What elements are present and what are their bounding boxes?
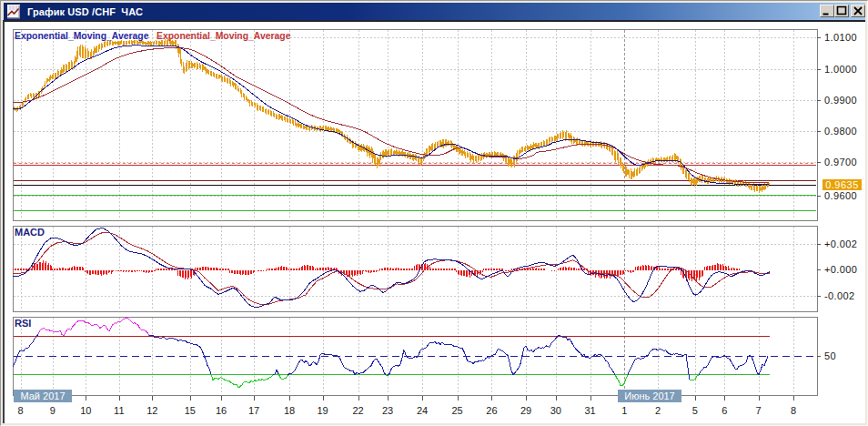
date-tick-label: 5 bbox=[692, 406, 698, 416]
price-tick-label: 0.9600 bbox=[824, 191, 857, 201]
price-tick-label: 1.0000 bbox=[824, 65, 857, 75]
macd-tick-label: +0.002 bbox=[824, 239, 857, 249]
date-tick-label: 19 bbox=[317, 406, 328, 416]
date-tick-label: 12 bbox=[146, 406, 157, 416]
chart-canvas bbox=[0, 0, 868, 426]
date-tick-label: 8 bbox=[791, 406, 796, 416]
ema-fast-label: Exponential_Moving_Average bbox=[15, 31, 148, 41]
date-tick-label: 6 bbox=[722, 406, 727, 416]
date-tick-label: 24 bbox=[417, 406, 428, 416]
date-tick-label: 30 bbox=[550, 406, 561, 416]
current-price-box: 0.9635 bbox=[823, 179, 862, 190]
price-tick-label: 1.0100 bbox=[824, 33, 857, 43]
month-badge-june: Июнь 2017 bbox=[618, 390, 681, 402]
date-tick-label: 15 bbox=[185, 406, 196, 416]
date-tick-label: 26 bbox=[486, 406, 497, 416]
date-tick-label: 17 bbox=[248, 406, 259, 416]
rsi-tick-label: 50 bbox=[824, 351, 836, 361]
date-tick-label: 9 bbox=[50, 406, 56, 416]
chart-window: График USD /CHF ЧАС Exponential_Moving_A… bbox=[0, 0, 868, 426]
macd-label: MACD bbox=[15, 228, 45, 238]
month-badge-may: Май 2017 bbox=[14, 390, 72, 402]
date-tick-label: 7 bbox=[756, 406, 762, 416]
date-tick-label: 8 bbox=[18, 406, 24, 416]
macd-tick-label: +0.000 bbox=[824, 265, 857, 275]
date-tick-label: 29 bbox=[520, 406, 531, 416]
date-tick-label: 16 bbox=[216, 406, 227, 416]
price-tick-label: 0.9700 bbox=[824, 157, 857, 167]
date-tick-label: 31 bbox=[584, 406, 595, 416]
date-tick-label: 22 bbox=[352, 406, 363, 416]
date-tick-label: 25 bbox=[451, 406, 462, 416]
date-tick-label: 18 bbox=[284, 406, 295, 416]
price-tick-label: 0.9800 bbox=[824, 127, 857, 137]
date-tick-label: 10 bbox=[80, 406, 91, 416]
date-tick-label: 23 bbox=[382, 406, 393, 416]
date-tick-label: 2 bbox=[655, 406, 661, 416]
macd-tick-label: -0.002 bbox=[824, 291, 855, 301]
ema-slow-label: Exponential_Moving_Average bbox=[156, 31, 290, 41]
date-tick-label: 1 bbox=[621, 406, 627, 416]
price-tick-label: 0.9900 bbox=[824, 96, 857, 106]
rsi-label: RSI bbox=[15, 319, 31, 329]
date-tick-label: 11 bbox=[114, 406, 124, 416]
